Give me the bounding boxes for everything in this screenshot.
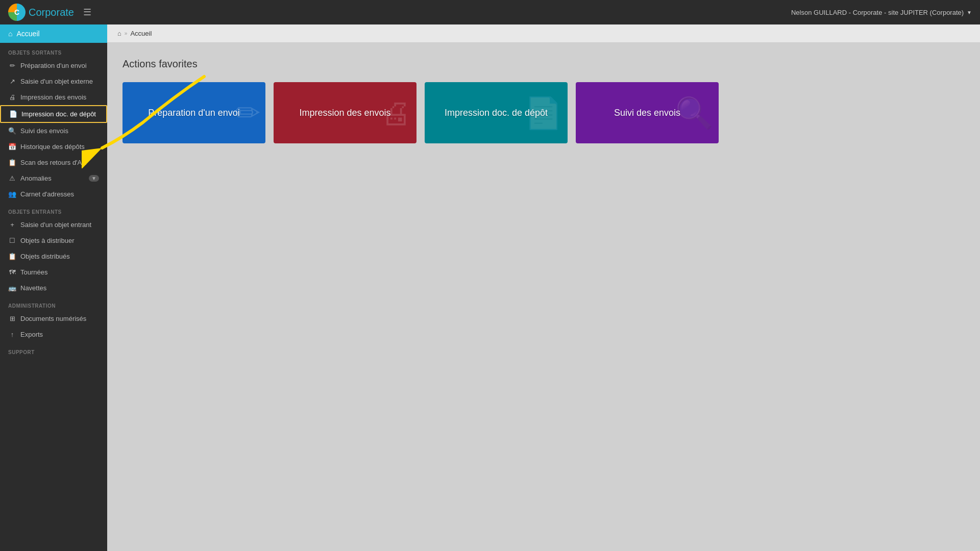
sidebar-label: Saisie d'un objet entrant [20,221,91,229]
external-icon: ↗ [8,78,16,85]
main-layout: ⌂ Accueil OBJETS SORTANTS ✏ Préparation … [0,24,980,551]
sidebar-home-label: Accueil [16,30,39,38]
sidebar-label: Impression des envois [20,93,86,101]
sidebar-label: Suivi des envois [20,127,68,135]
sidebar-label: Objets à distribuer [20,237,75,244]
sidebar-item-exports[interactable]: ↑ Exports [0,327,107,342]
section-label-admin: ADMINISTRATION [0,296,107,311]
sidebar-item-carnet-adresses[interactable]: 👥 Carnet d'adresses [0,186,107,202]
sidebar-item-accueil[interactable]: ⌂ Accueil [0,24,107,43]
action-card-suivi[interactable]: 🔍 Suivi des envois [576,82,719,143]
home-icon: ⌂ [8,30,12,38]
user-menu[interactable]: Nelson GUILLARD - Corporate - site JUPIT… [791,9,972,16]
sidebar-item-preparation-envoi[interactable]: ✏ Préparation d'un envoi [0,58,107,73]
print-icon: 🖨 [8,93,16,101]
section-label-support: SUPPORT [0,342,107,357]
scan-icon: 📋 [8,159,16,166]
sidebar-label: Documents numérisés [20,315,86,322]
navbar-logo[interactable]: C Corporate [8,4,74,21]
sidebar-label: Tournées [20,268,47,276]
user-menu-chevron: ▼ [967,10,972,15]
card-label-preparation: Préparation d'un envoi [138,108,250,118]
breadcrumb-current: Accueil [130,30,152,37]
action-card-impression-depot[interactable]: 📄 Impression doc. de dépôt [425,82,568,143]
sidebar-item-saisie-externe[interactable]: ↗ Saisie d'un objet externe [0,73,107,89]
sidebar-label: Impression doc. de dépôt [21,110,96,118]
doc-icon: 📄 [9,110,17,118]
main-content: ⌂ » Accueil Actions favorites ✏ Préparat… [107,24,980,551]
sidebar-item-documents-num[interactable]: ⊞ Documents numérisés [0,311,107,327]
section-title: Actions favorites [122,58,965,70]
card-label-suivi: Suivi des envois [604,108,691,118]
pencil-icon: ✏ [8,62,16,69]
logo-icon: C [8,4,26,21]
sidebar-label: Préparation d'un envoi [20,62,87,69]
sidebar-item-objets-distribues[interactable]: 📋 Objets distribués [0,248,107,264]
navbar-left: C Corporate ☰ [8,4,91,21]
sidebar-label: Exports [20,331,43,338]
sidebar-item-saisie-entrant[interactable]: + Saisie d'un objet entrant [0,217,107,233]
checkbox-icon: ☐ [8,237,16,244]
breadcrumb-separator: » [125,31,128,36]
export-icon: ↑ [8,331,16,338]
sidebar-label: Scan des retours d'AR [20,159,87,166]
sidebar-label: Anomalies [20,174,52,182]
card-label-impression-envois: Impression des envois [289,108,401,118]
sidebar-item-anomalies[interactable]: ⚠ Anomalies ▼ [0,170,107,186]
bus-icon: 🚌 [8,284,16,292]
contacts-icon: 👥 [8,190,16,198]
sidebar-label: Navettes [20,284,46,292]
sidebar-label: Historique des dépôts [20,143,85,151]
sidebar-label: Saisie d'un objet externe [20,78,93,85]
sidebar-item-objets-distribuer[interactable]: ☐ Objets à distribuer [0,233,107,248]
breadcrumb: ⌂ » Accueil [107,24,980,43]
sidebar-item-impression-envois[interactable]: 🖨 Impression des envois [0,89,107,105]
action-card-preparation[interactable]: ✏ Préparation d'un envoi [122,82,265,143]
sidebar: ⌂ Accueil OBJETS SORTANTS ✏ Préparation … [0,24,107,551]
warning-icon: ⚠ [8,174,16,182]
user-info-text: Nelson GUILLARD - Corporate - site JUPIT… [791,9,964,16]
section-label-sortants: OBJETS SORTANTS [0,43,107,58]
calendar-icon: 📅 [8,143,16,151]
plus-icon: + [8,221,16,229]
sidebar-label: Carnet d'adresses [20,190,74,198]
sidebar-item-navettes[interactable]: 🚌 Navettes [0,280,107,296]
map-icon: 🗺 [8,268,16,276]
sidebar-item-scan-retours[interactable]: 📋 Scan des retours d'AR [0,155,107,170]
anomalies-badge: ▼ [89,175,99,182]
card-label-impression-depot: Impression doc. de dépôt [434,108,558,118]
navbar: C Corporate ☰ Nelson GUILLARD - Corporat… [0,0,980,24]
sidebar-item-impression-depot[interactable]: 📄 Impression doc. de dépôt [0,105,107,123]
search-icon: 🔍 [8,127,16,135]
content-area: Actions favorites ✏ Préparation d'un env… [107,43,980,159]
list-icon: 📋 [8,253,16,260]
sidebar-item-suivi-envois[interactable]: 🔍 Suivi des envois [0,123,107,139]
breadcrumb-home-icon: ⌂ [117,30,121,37]
sidebar-label: Objets distribués [20,253,70,260]
grid-icon: ⊞ [8,315,16,322]
action-cards-container: ✏ Préparation d'un envoi 🖨 Impression de… [122,82,965,143]
action-card-impression-envois[interactable]: 🖨 Impression des envois [274,82,416,143]
section-label-entrants: OBJETS ENTRANTS [0,202,107,217]
sidebar-item-tournees[interactable]: 🗺 Tournées [0,264,107,280]
sidebar-item-historique-depots[interactable]: 📅 Historique des dépôts [0,139,107,155]
navbar-brand: Corporate [29,7,74,18]
hamburger-icon[interactable]: ☰ [83,7,91,18]
